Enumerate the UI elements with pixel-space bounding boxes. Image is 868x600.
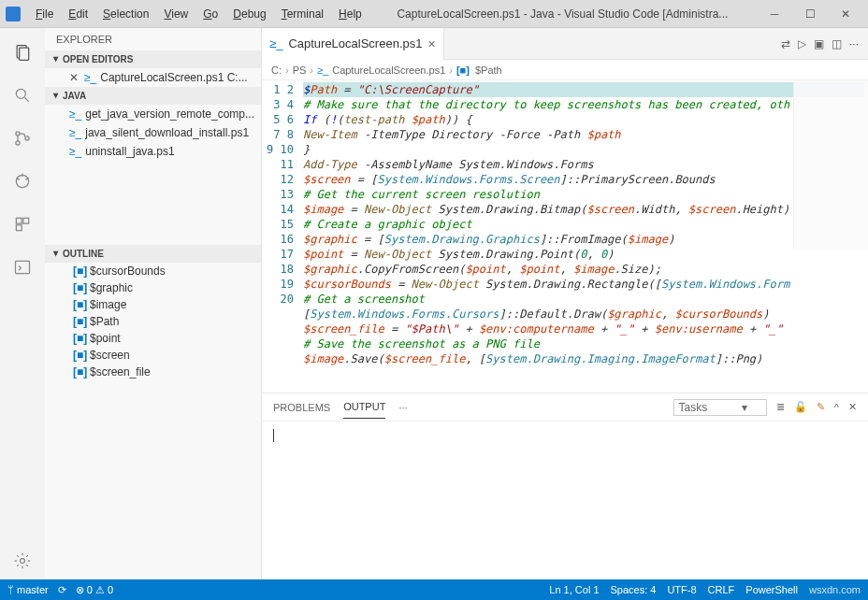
- folder-header[interactable]: ▸JAVA: [45, 87, 261, 105]
- line-gutter: 1 2 3 4 5 6 7 8 9 10 11 12 13 14 15 16 1…: [262, 80, 299, 393]
- bottom-panel: PROBLEMS OUTPUT ··· Tasks ▾ ≣ 🔓 ✎ ^ ✕: [262, 393, 868, 579]
- powershell-file-icon: ≥_: [269, 36, 282, 50]
- outline-header[interactable]: ▸OUTLINE: [45, 245, 261, 263]
- more-actions-icon[interactable]: ···: [849, 37, 859, 50]
- open-editors-header[interactable]: ▸OPEN EDITORS: [45, 50, 261, 68]
- variable-icon: [■]: [73, 298, 86, 311]
- run-icon[interactable]: ▷: [798, 37, 806, 50]
- code-content[interactable]: $Path = "C:\ScreenCapture" # Make sure t…: [299, 80, 868, 393]
- sidebar-title: EXPLORER: [45, 28, 261, 50]
- panel-tab-output[interactable]: OUTPUT: [343, 395, 385, 419]
- cursor-position[interactable]: Ln 1, Col 1: [549, 584, 599, 595]
- powershell-file-icon: ≥_: [69, 126, 81, 139]
- panel-maximize-icon[interactable]: ^: [834, 402, 839, 413]
- language-status[interactable]: PowerShell: [745, 584, 798, 595]
- split-editor-icon[interactable]: ◫: [832, 37, 842, 50]
- maximize-button[interactable]: ☐: [793, 3, 827, 25]
- outline-item[interactable]: [■]$screen_file: [45, 364, 261, 380]
- file-item[interactable]: ≥_uninstall_java.ps1: [45, 142, 261, 161]
- variable-icon: [■]: [73, 365, 86, 379]
- scm-icon[interactable]: [4, 120, 41, 157]
- terminal-icon[interactable]: [4, 249, 41, 286]
- eol-status[interactable]: CRLF: [708, 584, 735, 595]
- svg-point-2: [16, 89, 25, 98]
- svg-point-6: [25, 136, 29, 140]
- search-icon[interactable]: [4, 77, 41, 114]
- debug-icon[interactable]: [4, 163, 41, 200]
- variable-icon: [■]: [73, 315, 86, 328]
- open-editor-item[interactable]: ✕ ≥_ CaptureLocalScreen.ps1 C:...: [45, 68, 261, 87]
- variable-icon: [■]: [73, 264, 86, 278]
- minimize-button[interactable]: ─: [758, 3, 791, 25]
- settings-gear-icon[interactable]: [4, 542, 41, 579]
- variable-icon: [■]: [456, 64, 470, 76]
- title-bar: File Edit Selection View Go Debug Termin…: [0, 0, 868, 28]
- svg-point-4: [16, 132, 20, 136]
- panel-close-icon[interactable]: ✕: [848, 401, 857, 413]
- svg-rect-13: [16, 225, 22, 231]
- vscode-logo-icon: [6, 7, 21, 21]
- svg-point-15: [21, 559, 25, 564]
- close-icon[interactable]: ✕: [69, 71, 79, 84]
- errors-warnings[interactable]: ⊗ 0 ⚠ 0: [76, 584, 113, 596]
- compare-icon[interactable]: ⇄: [781, 37, 790, 50]
- svg-point-5: [16, 141, 20, 145]
- clear-output-icon[interactable]: ≣: [776, 401, 785, 413]
- outline-item[interactable]: [■]$Path: [45, 313, 261, 330]
- lock-scroll-icon[interactable]: 🔓: [794, 401, 807, 413]
- extensions-icon[interactable]: [4, 206, 41, 243]
- menu-help[interactable]: Help: [333, 6, 368, 22]
- status-bar: ᛘ master ⟳ ⊗ 0 ⚠ 0 Ln 1, Col 1 Spaces: 4…: [0, 579, 868, 600]
- output-channel-select[interactable]: Tasks ▾: [673, 399, 766, 416]
- outline-item[interactable]: [■]$point: [45, 330, 261, 347]
- svg-line-3: [25, 98, 29, 102]
- menu-file[interactable]: File: [30, 6, 59, 22]
- editor-area: ≥_ CaptureLocalScreen.ps1 × ⇄ ▷ ▣ ◫ ··· …: [262, 28, 868, 579]
- variable-icon: [■]: [73, 281, 86, 294]
- window-title: CaptureLocalScreen.ps1 - Java - Visual S…: [371, 7, 754, 21]
- powershell-file-icon: ≥_: [317, 64, 328, 76]
- menu-terminal[interactable]: Terminal: [276, 6, 329, 22]
- sync-icon[interactable]: ⟳: [58, 584, 66, 596]
- breadcrumb[interactable]: C:› PS› ≥_ CaptureLocalScreen.ps1› [■] $…: [262, 60, 868, 80]
- explorer-icon[interactable]: [4, 34, 41, 71]
- menu-selection[interactable]: Selection: [97, 6, 154, 22]
- powershell-file-icon: ≥_: [84, 71, 96, 84]
- close-tab-icon[interactable]: ×: [427, 36, 435, 51]
- watermark-text: wsxdn.com: [809, 584, 861, 595]
- powershell-file-icon: ≥_: [69, 145, 81, 158]
- sidebar: EXPLORER ▸OPEN EDITORS ✕ ≥_ CaptureLocal…: [45, 28, 262, 579]
- svg-rect-1: [20, 48, 29, 60]
- svg-rect-11: [16, 218, 22, 223]
- close-button[interactable]: ✕: [829, 3, 862, 25]
- indent-status[interactable]: Spaces: 4: [611, 584, 657, 595]
- panel-tab-more[interactable]: ···: [398, 396, 407, 419]
- outline-item[interactable]: [■]$image: [45, 296, 261, 313]
- encoding-status[interactable]: UTF-8: [667, 584, 696, 595]
- menu-debug[interactable]: Debug: [227, 6, 271, 22]
- outline-item[interactable]: [■]$graphic: [45, 279, 261, 296]
- chevron-down-icon: ▸: [51, 93, 62, 98]
- minimap[interactable]: [793, 80, 868, 249]
- tab-bar: ≥_ CaptureLocalScreen.ps1 × ⇄ ▷ ▣ ◫ ···: [262, 28, 868, 60]
- powershell-file-icon: ≥_: [69, 107, 81, 121]
- editor-tab[interactable]: ≥_ CaptureLocalScreen.ps1 ×: [262, 28, 444, 60]
- cursor: [273, 429, 274, 442]
- panel-tab-problems[interactable]: PROBLEMS: [273, 396, 330, 419]
- open-file-icon[interactable]: ✎: [817, 401, 825, 413]
- run-selection-icon[interactable]: ▣: [814, 37, 824, 50]
- svg-rect-12: [23, 218, 29, 223]
- file-item[interactable]: ≥_java_silent_download_install.ps1: [45, 123, 261, 142]
- outline-item[interactable]: [■]$cursorBounds: [45, 263, 261, 279]
- menu-view[interactable]: View: [158, 6, 194, 22]
- menu-go[interactable]: Go: [197, 6, 224, 22]
- code-editor[interactable]: 1 2 3 4 5 6 7 8 9 10 11 12 13 14 15 16 1…: [262, 80, 868, 393]
- outline-item[interactable]: [■]$screen: [45, 347, 261, 364]
- menu-edit[interactable]: Edit: [63, 6, 94, 22]
- svg-point-7: [16, 175, 28, 187]
- file-item[interactable]: ≥_get_java_version_remote_comp...: [45, 105, 261, 123]
- branch-indicator[interactable]: ᛘ master: [7, 584, 49, 595]
- activity-bar: [0, 28, 45, 579]
- chevron-down-icon: ▸: [51, 251, 62, 256]
- output-body[interactable]: [262, 421, 868, 579]
